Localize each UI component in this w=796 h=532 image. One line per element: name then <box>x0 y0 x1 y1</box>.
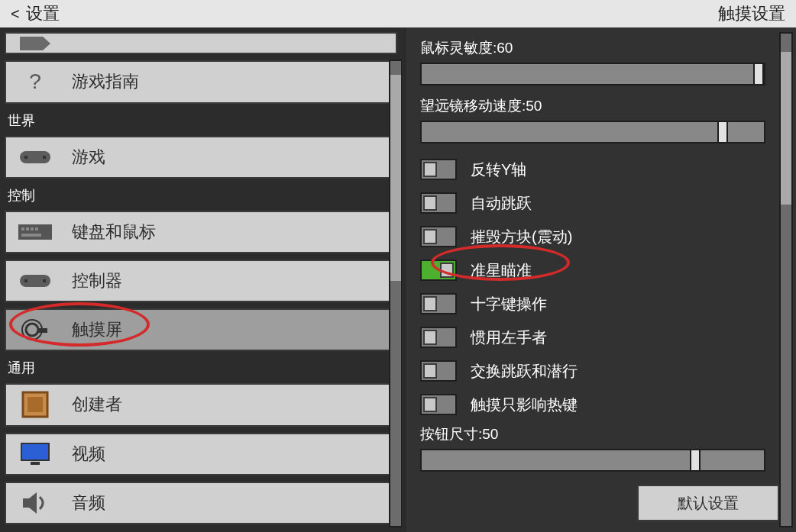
settings-panel: 鼠标灵敏度:60 望远镜移动速度:50 反转Y轴自动跳跃摧毁方块(震动)准星瞄准… <box>406 27 796 532</box>
back-chevron-icon[interactable]: < <box>11 5 20 23</box>
subpage-title: 触摸设置 <box>718 2 785 25</box>
sidebar-item-controller[interactable]: 控制器 <box>5 260 397 302</box>
toggle-label-4: 十字键操作 <box>471 294 547 314</box>
svg-rect-11 <box>24 279 28 282</box>
sidebar-item-label: 创建者 <box>72 393 122 416</box>
svg-rect-7 <box>31 227 34 231</box>
sidebar-item-game[interactable]: 游戏 <box>5 136 397 179</box>
keyboard-icon <box>17 223 53 241</box>
toggle-1[interactable] <box>420 192 457 214</box>
sidebar-item-label: 控制器 <box>72 269 122 292</box>
svg-rect-2 <box>24 156 28 159</box>
sidebar-item-video[interactable]: 视频 <box>5 433 397 476</box>
question-icon: ? <box>17 69 53 94</box>
toggle-6[interactable] <box>420 360 457 382</box>
toggle-4[interactable] <box>420 293 457 314</box>
svg-rect-19 <box>31 462 40 465</box>
toggle-label-2: 摧毁方块(震动) <box>471 227 572 247</box>
toggle-5[interactable] <box>420 327 457 348</box>
creator-icon <box>17 391 53 418</box>
speaker-icon <box>17 491 53 515</box>
toggle-label-3: 准星瞄准 <box>471 260 532 281</box>
toggle-row-2: 摧毁方块(震动) <box>420 221 796 252</box>
panel-scrollbar[interactable] <box>779 32 793 527</box>
svg-rect-17 <box>28 397 43 412</box>
toggle-0[interactable] <box>420 159 457 180</box>
top-bar: < 设置 触摸设置 <box>0 0 796 27</box>
default-settings-button[interactable]: 默认设置 <box>637 485 779 521</box>
sidebar-item-audio[interactable]: 音频 <box>5 482 397 524</box>
gamepad-icon <box>17 147 53 168</box>
toggle-label-7: 触摸只影响热键 <box>471 395 578 415</box>
slider-spyglass[interactable] <box>420 121 765 143</box>
svg-rect-3 <box>43 156 46 159</box>
sidebar-item-label: 游戏指南 <box>72 70 139 93</box>
toggle-label-6: 交换跳跃和潜行 <box>471 361 578 382</box>
touch-icon <box>17 318 53 342</box>
toggle-label-5: 惯用左手者 <box>471 327 547 348</box>
slider-label-sensitivity: 鼠标灵敏度:60 <box>420 38 796 58</box>
svg-point-13 <box>26 324 38 336</box>
svg-rect-15 <box>38 328 47 333</box>
toggle-row-1: 自动跳跃 <box>420 188 796 218</box>
sidebar-item-label: 音频 <box>72 492 105 514</box>
sidebar-item-creator[interactable]: 创建者 <box>5 383 397 426</box>
toggle-row-7: 触摸只影响热键 <box>420 389 796 420</box>
sidebar-item-touchscreen[interactable]: 触摸屏 <box>5 308 397 351</box>
toggle-row-6: 交换跳跃和潜行 <box>420 356 796 386</box>
arrow-icon <box>17 37 53 50</box>
slider-buttonsize[interactable] <box>420 449 765 472</box>
toggle-3[interactable] <box>420 260 457 281</box>
slider-label-buttonsize: 按钮尺寸:50 <box>420 424 796 444</box>
sidebar-item-label: 键盘和鼠标 <box>72 221 156 243</box>
page-title: 设置 <box>26 2 60 25</box>
toggle-row-4: 十字键操作 <box>420 289 796 319</box>
slider-sensitivity[interactable] <box>420 63 765 85</box>
svg-marker-20 <box>23 492 37 514</box>
svg-rect-18 <box>21 443 49 460</box>
monitor-icon <box>17 442 53 466</box>
toggle-row-3: 准星瞄准 <box>420 255 796 285</box>
slider-label-spyglass: 望远镜移动速度:50 <box>420 96 796 116</box>
svg-rect-9 <box>21 234 41 237</box>
sidebar-item-label: 视频 <box>72 443 105 466</box>
section-label-general: 通用 <box>5 354 397 380</box>
svg-rect-12 <box>43 279 46 282</box>
svg-rect-5 <box>21 227 24 231</box>
sidebar-item-keyboard[interactable]: 键盘和鼠标 <box>5 211 397 253</box>
toggle-label-0: 反转Y轴 <box>471 160 526 180</box>
sidebar-item-label: 游戏 <box>72 146 105 169</box>
toggle-row-0: 反转Y轴 <box>420 154 796 185</box>
toggle-label-1: 自动跳跃 <box>471 193 532 214</box>
sidebar-item-guide[interactable]: ? 游戏指南 <box>5 60 397 103</box>
svg-rect-8 <box>35 227 38 231</box>
svg-marker-0 <box>20 37 50 50</box>
section-label-control: 控制 <box>5 182 397 208</box>
sidebar-item-label: 触摸屏 <box>72 318 122 341</box>
svg-rect-6 <box>26 227 29 231</box>
toggle-7[interactable] <box>420 394 457 415</box>
toggle-row-5: 惯用左手者 <box>420 322 796 353</box>
sidebar-item-partial[interactable] <box>5 32 397 54</box>
toggle-2[interactable] <box>420 226 457 247</box>
sidebar-scrollbar[interactable] <box>389 60 403 527</box>
svg-rect-4 <box>18 224 52 240</box>
settings-sidebar: ? 游戏指南 世界 游戏 控制 键盘和鼠标 控制器 触摸 <box>0 27 406 532</box>
section-label-world: 世界 <box>5 107 397 133</box>
gamepad-icon <box>17 270 53 292</box>
